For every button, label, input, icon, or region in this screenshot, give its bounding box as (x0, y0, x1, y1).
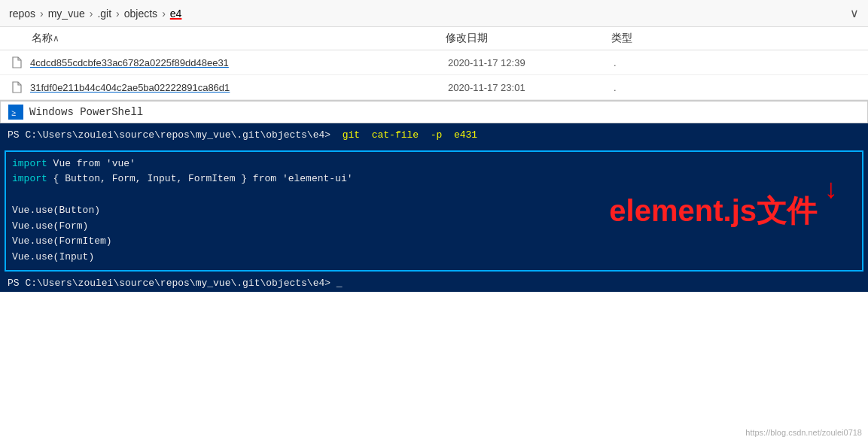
code-line-5: Vue.use(FormItem) (12, 234, 856, 250)
file-icon (9, 80, 24, 95)
ps-icon: ≥ (8, 105, 23, 120)
sep-2: › (90, 8, 93, 20)
code-line-6: Vue.use(Input) (12, 250, 856, 266)
breadcrumb-dropdown-icon[interactable]: ∨ (850, 6, 859, 20)
breadcrumb-my-vue[interactable]: my_vue (48, 8, 85, 20)
table-row[interactable]: 4cdcd855cdcbfe33ac6782a0225f89dd48ee31 2… (0, 50, 868, 75)
file-type-2: . (614, 82, 859, 93)
breadcrumb-repos[interactable]: repos (9, 8, 35, 20)
code-line-4: Vue.use(Form) (12, 219, 856, 235)
col-header-name: 名称 (9, 32, 446, 45)
code-line-1: import Vue from 'vue' (12, 156, 856, 172)
table-header: ∧ 名称 修改日期 类型 (0, 27, 868, 50)
ps-titlebar[interactable]: ≥ Windows PowerShell (0, 101, 868, 123)
red-arrow-icon: ↓ (824, 173, 838, 205)
svg-text:≥: ≥ (11, 108, 16, 117)
ps-first-prompt: PS C:\Users\zoulei\source\repos\my_vue\.… (0, 123, 868, 147)
breadcrumb[interactable]: repos › my_vue › .git › objects › e4 ∨ (0, 0, 868, 27)
sep-4: › (162, 8, 166, 20)
file-date-1: 2020-11-17 12:39 (448, 57, 614, 68)
ps-title: Windows PowerShell (29, 106, 143, 118)
table-row[interactable]: 31fdf0e211b44c404c2ae5ba02222891ca86d1 2… (0, 75, 868, 100)
col-header-date: 修改日期 (446, 32, 611, 45)
col-header-type: 类型 (611, 32, 859, 45)
file-explorer: repos › my_vue › .git › objects › e4 ∨ ∧… (0, 0, 868, 101)
git-command: git cat-file -p e431 (343, 129, 477, 141)
file-name-2[interactable]: 31fdf0e211b44c404c2ae5ba02222891ca86d1 (30, 82, 448, 93)
breadcrumb-objects[interactable]: objects (124, 8, 157, 20)
code-box: import Vue from 'vue' import { Button, F… (5, 150, 863, 272)
watermark: https://blog.csdn.net/zoulei0718 (745, 428, 862, 437)
code-line-blank (12, 187, 856, 203)
breadcrumb-current[interactable]: e4 (170, 8, 182, 20)
code-line-2: import { Button, Form, Input, FormItem }… (12, 171, 856, 187)
sort-arrow-icon[interactable]: ∧ (53, 33, 59, 44)
ps-bottom-prompt: PS C:\Users\zoulei\source\repos\my_vue\.… (0, 275, 868, 292)
sep-3: › (116, 8, 120, 20)
sep-1: › (40, 8, 44, 20)
breadcrumb-git[interactable]: .git (97, 8, 111, 20)
code-line-3: Vue.use(Button) (12, 203, 856, 219)
powershell-window: ≥ Windows PowerShell PS C:\Users\zoulei\… (0, 101, 868, 292)
file-date-2: 2020-11-17 23:01 (448, 82, 614, 93)
file-name-1[interactable]: 4cdcd855cdcbfe33ac6782a0225f89dd48ee31 (30, 57, 448, 68)
main-wrapper: repos › my_vue › .git › objects › e4 ∨ ∧… (0, 0, 868, 440)
file-type-1: . (614, 57, 859, 68)
file-icon (9, 55, 24, 70)
ps-prompt-line: PS C:\Users\zoulei\source\repos\my_vue\.… (8, 128, 860, 143)
